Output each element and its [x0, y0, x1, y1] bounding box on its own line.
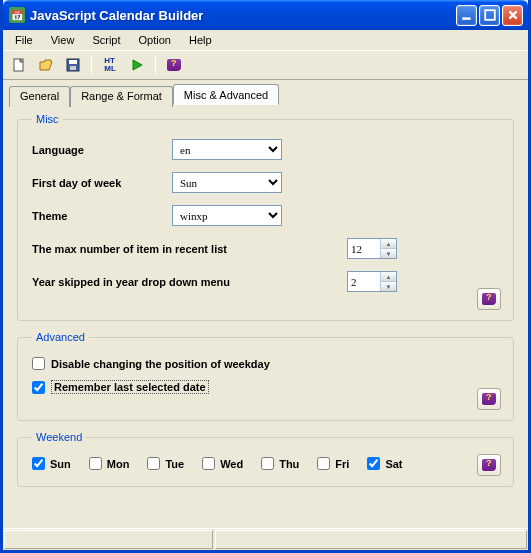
app-icon: 📅 — [9, 7, 25, 23]
menu-option[interactable]: Option — [131, 32, 179, 48]
open-button[interactable] — [35, 54, 57, 76]
help-button[interactable] — [163, 54, 185, 76]
maxrecent-input[interactable] — [348, 239, 380, 258]
menu-help[interactable]: Help — [181, 32, 220, 48]
run-button[interactable] — [126, 54, 148, 76]
weekend-tue-checkbox[interactable] — [147, 457, 160, 470]
menubar: File View Script Option Help — [3, 30, 528, 50]
weekend-help-button[interactable] — [477, 454, 501, 476]
statusbar-cell — [4, 530, 213, 549]
weekend-mon[interactable]: Mon — [89, 457, 130, 470]
tab-general[interactable]: General — [9, 86, 70, 107]
maxrecent-label: The max number of item in recent list — [32, 243, 347, 255]
tab-panel: Misc Language en First day of week Sun T… — [9, 105, 522, 522]
html-button[interactable]: HTML — [99, 54, 121, 76]
svg-rect-5 — [70, 66, 76, 70]
weekend-row: Sun Mon Tue Wed Thu Fri Sat — [32, 457, 499, 470]
titlebar: 📅 JavaScript Calendar Builder — [3, 0, 528, 30]
weekend-wed-checkbox[interactable] — [202, 457, 215, 470]
weekend-tue[interactable]: Tue — [147, 457, 184, 470]
misc-legend: Misc — [32, 113, 63, 125]
svg-rect-1 — [485, 10, 495, 20]
weekend-sat-checkbox[interactable] — [367, 457, 380, 470]
tabs: General Range & Format Misc & Advanced — [3, 80, 528, 105]
weekend-wed[interactable]: Wed — [202, 457, 243, 470]
disable-position-checkbox[interactable] — [32, 357, 45, 370]
disable-position-row[interactable]: Disable changing the position of weekday — [32, 357, 499, 370]
advanced-legend: Advanced — [32, 331, 89, 343]
weekend-sat[interactable]: Sat — [367, 457, 402, 470]
toolbar-separator — [155, 55, 156, 75]
advanced-group: Advanced Disable changing the position o… — [17, 331, 514, 421]
tab-misc-advanced[interactable]: Misc & Advanced — [173, 84, 279, 105]
svg-rect-4 — [69, 60, 77, 64]
theme-label: Theme — [32, 210, 172, 222]
yearskip-input[interactable] — [348, 272, 380, 291]
book-icon — [482, 459, 496, 471]
misc-group: Misc Language en First day of week Sun T… — [17, 113, 514, 321]
weekend-fri[interactable]: Fri — [317, 457, 349, 470]
weekend-thu[interactable]: Thu — [261, 457, 299, 470]
firstday-label: First day of week — [32, 177, 172, 189]
theme-select[interactable]: winxp — [172, 205, 282, 226]
language-label: Language — [32, 144, 172, 156]
toolbar: HTML — [3, 50, 528, 80]
toolbar-separator — [91, 55, 92, 75]
minimize-button[interactable] — [456, 5, 477, 26]
firstday-select[interactable]: Sun — [172, 172, 282, 193]
weekend-sun[interactable]: Sun — [32, 457, 71, 470]
advanced-help-button[interactable] — [477, 388, 501, 410]
weekend-group: Weekend Sun Mon Tue Wed Thu Fri Sat — [17, 431, 514, 487]
spinner-down-icon[interactable]: ▼ — [380, 249, 396, 258]
app-window: 📅 JavaScript Calendar Builder File View … — [0, 0, 531, 553]
language-select[interactable]: en — [172, 139, 282, 160]
spinner-up-icon[interactable]: ▲ — [380, 272, 396, 282]
remember-date-checkbox[interactable] — [32, 381, 45, 394]
book-icon — [167, 59, 181, 71]
close-button[interactable] — [502, 5, 523, 26]
book-icon — [482, 393, 496, 405]
menu-file[interactable]: File — [7, 32, 41, 48]
disable-position-label: Disable changing the position of weekday — [51, 358, 270, 370]
maxrecent-spinner[interactable]: ▲▼ — [347, 238, 397, 259]
new-button[interactable] — [8, 54, 30, 76]
statusbar-cell — [215, 530, 527, 549]
svg-rect-0 — [462, 17, 470, 19]
statusbar — [3, 528, 528, 550]
book-icon — [482, 293, 496, 305]
window-title: JavaScript Calendar Builder — [30, 8, 456, 23]
weekend-thu-checkbox[interactable] — [261, 457, 274, 470]
weekend-sun-checkbox[interactable] — [32, 457, 45, 470]
yearskip-spinner[interactable]: ▲▼ — [347, 271, 397, 292]
spinner-up-icon[interactable]: ▲ — [380, 239, 396, 249]
weekend-mon-checkbox[interactable] — [89, 457, 102, 470]
weekend-legend: Weekend — [32, 431, 86, 443]
remember-date-row[interactable]: Remember last selected date — [32, 380, 499, 394]
tab-range-format[interactable]: Range & Format — [70, 86, 173, 107]
misc-help-button[interactable] — [477, 288, 501, 310]
menu-view[interactable]: View — [43, 32, 83, 48]
yearskip-label: Year skipped in year drop down menu — [32, 276, 347, 288]
remember-date-label: Remember last selected date — [51, 380, 209, 394]
menu-script[interactable]: Script — [84, 32, 128, 48]
save-button[interactable] — [62, 54, 84, 76]
maximize-button[interactable] — [479, 5, 500, 26]
spinner-down-icon[interactable]: ▼ — [380, 282, 396, 291]
weekend-fri-checkbox[interactable] — [317, 457, 330, 470]
